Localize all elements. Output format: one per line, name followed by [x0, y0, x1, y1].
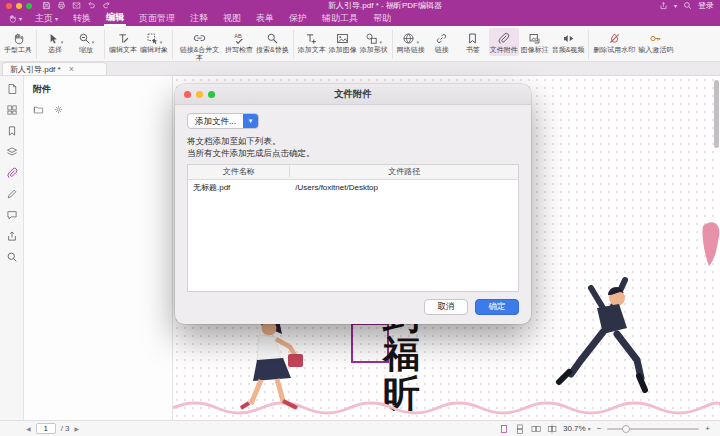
- share-icon[interactable]: [6, 230, 18, 242]
- print-icon[interactable]: [57, 1, 66, 10]
- chevron-down-icon: ▾: [379, 39, 382, 45]
- page-number-input[interactable]: [36, 423, 56, 434]
- attachment-table-header: 文件名称 文件路径: [188, 165, 518, 180]
- panel-title: 附件: [33, 83, 163, 96]
- attachments-panel-toolbar: [33, 104, 163, 115]
- dialog-titlebar[interactable]: 文件附件: [175, 84, 531, 105]
- thumbnails-icon[interactable]: [6, 104, 18, 116]
- toolbar-button-add-text[interactable]: 添加文本: [297, 28, 327, 56]
- hand-tool-menu[interactable]: ▾: [8, 11, 22, 26]
- tab-accessibility[interactable]: 辅助工具: [320, 11, 360, 26]
- bookmarks-icon[interactable]: [6, 125, 18, 137]
- page-icon[interactable]: [6, 83, 18, 95]
- settings-gear-icon[interactable]: [53, 104, 64, 115]
- add-file-dropdown-button[interactable]: ▾: [243, 114, 258, 128]
- zoom-dropdown-icon[interactable]: ▾: [588, 425, 591, 432]
- toolbar-button-file-attachment[interactable]: 文件附件: [489, 28, 519, 56]
- toolbar-button-zoom[interactable]: ▾ 缩放: [71, 28, 101, 56]
- account-label[interactable]: 登录: [698, 0, 714, 11]
- dialog-zoom-button[interactable]: [208, 91, 215, 98]
- next-page-icon[interactable]: ▶: [75, 425, 80, 432]
- single-page-view-icon[interactable]: [499, 424, 509, 434]
- open-attachment-icon[interactable]: [33, 104, 44, 115]
- close-window-button[interactable]: [6, 3, 12, 9]
- table-row[interactable]: 无标题.pdf /Users/foxitnet/Desktop: [188, 180, 518, 196]
- zoom-slider-thumb[interactable]: [622, 425, 630, 433]
- search-icon[interactable]: [683, 1, 692, 10]
- add-file-button-label[interactable]: 添加文件...: [188, 114, 243, 128]
- continuous-facing-view-icon[interactable]: [547, 424, 557, 434]
- toolbar-button-edit-object[interactable]: ▾ 编辑对象: [139, 28, 169, 56]
- toolbar-separator: [588, 30, 589, 59]
- vertical-scrollbar-thumb[interactable]: [714, 80, 719, 148]
- save-icon[interactable]: [42, 1, 51, 10]
- signature-icon[interactable]: [6, 188, 18, 200]
- undo-icon[interactable]: [87, 1, 96, 10]
- continuous-view-icon[interactable]: [515, 424, 525, 434]
- toolbar-button-add-image[interactable]: 添加图像: [328, 28, 358, 56]
- tab-form[interactable]: 表单: [254, 11, 276, 26]
- search-icon[interactable]: [6, 251, 18, 263]
- share-icon[interactable]: [659, 1, 668, 10]
- toolbar-button-remove-trial-watermark[interactable]: 删除试用水印: [592, 28, 636, 56]
- fullscreen-window-button[interactable]: [26, 3, 32, 9]
- dialog-hint-line-2: 当所有文件添加完成后点击确定。: [187, 147, 519, 159]
- link-merge-icon: [193, 32, 206, 45]
- redo-icon[interactable]: [102, 1, 111, 10]
- document-tab-label: 新人引导.pdf *: [10, 64, 61, 75]
- add-file-split-button[interactable]: 添加文件... ▾: [187, 113, 259, 129]
- zoom-out-button[interactable]: −: [597, 424, 602, 433]
- window-controls: [6, 3, 32, 9]
- tab-protect[interactable]: 保护: [287, 11, 309, 26]
- search-replace-icon: [266, 32, 279, 45]
- toolbar-button-image-annotation[interactable]: 图像标注: [520, 28, 550, 56]
- toolbar-button-add-shapes[interactable]: ▾ 添加形状: [359, 28, 389, 56]
- attachments-icon[interactable]: [6, 167, 18, 179]
- dialog-hint-line-1: 将文档添加至如下列表。: [187, 135, 519, 147]
- window-title: 新人引导.pdf * - 福昕PDF编辑器: [111, 0, 659, 11]
- toolbar-button-hand-tool[interactable]: 手型工具: [3, 28, 33, 56]
- minimize-window-button[interactable]: [16, 3, 22, 9]
- add-text-icon: [305, 32, 318, 45]
- comments-icon[interactable]: [6, 209, 18, 221]
- ok-button[interactable]: 确定: [475, 299, 519, 315]
- tab-convert[interactable]: 转换: [71, 11, 93, 26]
- tab-comment[interactable]: 注释: [188, 11, 210, 26]
- toolbar-button-select[interactable]: ▾ 选择: [40, 28, 70, 56]
- toolbar-button-search-replace[interactable]: 搜索&替换: [255, 28, 290, 56]
- zoom-slider[interactable]: [607, 428, 699, 430]
- toolbar-button-link[interactable]: 链接: [427, 28, 457, 56]
- layers-icon[interactable]: [6, 146, 18, 158]
- close-tab-icon[interactable]: ×: [69, 65, 74, 74]
- chevron-down-icon: ▾: [249, 117, 253, 125]
- toolbar-button-enter-activation-code[interactable]: 输入激活码: [637, 28, 674, 56]
- email-icon[interactable]: [72, 1, 81, 10]
- toolbar-button-spell-check[interactable]: 拼写检查: [224, 28, 254, 56]
- previous-page-icon[interactable]: ◀: [26, 425, 31, 432]
- zoom-icon: [78, 32, 91, 45]
- remove-watermark-icon: [608, 32, 621, 45]
- activation-key-icon: [649, 32, 662, 45]
- toolbar-button-link-merge-text[interactable]: 链接&合并文本: [176, 28, 223, 64]
- tab-edit[interactable]: 编辑: [104, 11, 126, 26]
- toolbar-button-web-links[interactable]: ▾ 网络链接: [396, 28, 426, 56]
- dialog-window-controls: [184, 91, 215, 98]
- tab-view[interactable]: 视图: [221, 11, 243, 26]
- chevron-down-icon: ▾: [92, 39, 95, 45]
- dialog-minimize-button[interactable]: [196, 91, 203, 98]
- tab-page-management[interactable]: 页面管理: [137, 11, 177, 26]
- dialog-close-button[interactable]: [184, 91, 191, 98]
- chevron-down-icon[interactable]: ▾: [674, 2, 677, 9]
- cancel-button[interactable]: 取消: [424, 299, 468, 315]
- tab-home[interactable]: 主页▾: [33, 11, 60, 26]
- titlebar: 新人引导.pdf * - 福昕PDF编辑器 ▾ 登录: [0, 0, 720, 11]
- toolbar-button-audio-video[interactable]: 音频&视频: [551, 28, 586, 56]
- facing-view-icon[interactable]: [531, 424, 541, 434]
- toolbar-button-edit-text[interactable]: 编辑文本: [108, 28, 138, 56]
- zoom-in-button[interactable]: +: [705, 424, 710, 433]
- tab-help[interactable]: 帮助: [371, 11, 393, 26]
- column-header-file-path: 文件路径: [290, 166, 518, 177]
- chevron-down-icon: ▾: [55, 15, 58, 22]
- toolbar-button-bookmark[interactable]: 书签: [458, 28, 488, 56]
- document-tab[interactable]: 新人引导.pdf * ×: [2, 62, 107, 75]
